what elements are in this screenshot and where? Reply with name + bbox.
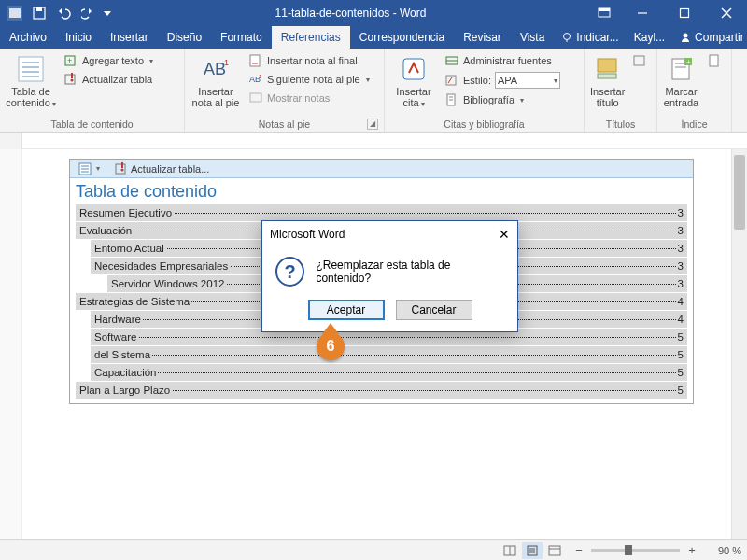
toc-entry-page: 3 <box>676 225 684 236</box>
tell-me[interactable]: Indicar... <box>554 26 626 49</box>
caption-icon <box>593 54 623 84</box>
toc-entry-page: 5 <box>676 349 684 360</box>
tab-revisar[interactable]: Revisar <box>454 26 511 49</box>
svg-rect-1 <box>9 8 21 18</box>
update-icon <box>115 162 128 175</box>
close-icon[interactable] <box>705 0 747 26</box>
show-notes-button[interactable]: Mostrar notas <box>245 90 374 106</box>
add-text-button[interactable]: + Agregar texto▾ <box>60 52 157 69</box>
tab-archivo[interactable]: Archivo <box>0 26 56 49</box>
citation-style-combo[interactable]: APA▾ <box>495 72 560 89</box>
dialog-close-icon[interactable]: ✕ <box>499 227 510 242</box>
ok-button[interactable]: Aceptar <box>308 300 385 320</box>
group-label: Tabla de contenido <box>6 117 178 132</box>
tab-diseno[interactable]: Diseño <box>158 26 211 49</box>
scrollbar-thumb[interactable] <box>734 155 745 230</box>
tab-formato[interactable]: Formato <box>211 26 272 49</box>
tab-insertar[interactable]: Insertar <box>101 26 158 49</box>
zoom-slider[interactable] <box>591 549 680 552</box>
tell-me-label: Indicar... <box>576 31 618 44</box>
toc-entry[interactable]: Capacitación5 <box>91 364 687 381</box>
svg-text:+: + <box>686 58 691 66</box>
toc-entry-text: Hardware <box>94 314 143 325</box>
insert-citation-button[interactable]: Insertar cita▾ <box>390 50 437 110</box>
group-label: Índice <box>663 117 726 132</box>
index-extra-button[interactable] <box>703 52 726 69</box>
caption-extra-button[interactable] <box>628 52 651 69</box>
insert-caption-button[interactable]: Insertar título <box>590 50 625 108</box>
svg-point-22 <box>71 79 74 82</box>
page[interactable]: ▾ Actualizar tabla... Tabla de contenido… <box>22 149 731 539</box>
bibliography-button[interactable]: Bibliografía▾ <box>441 91 564 108</box>
insert-endnote-label: Insertar nota al final <box>267 55 358 66</box>
print-layout-icon[interactable] <box>522 542 543 559</box>
group-label: Títulos <box>590 117 651 132</box>
horizontal-ruler[interactable] <box>0 133 747 149</box>
minimize-icon[interactable] <box>621 0 663 26</box>
tab-vista[interactable]: Vista <box>511 26 554 49</box>
svg-rect-37 <box>598 59 616 72</box>
confirm-dialog: Microsoft Word ✕ ? ¿Reemplazar esta tabl… <box>261 220 518 332</box>
toc-entry-page: 3 <box>676 207 684 218</box>
insert-footnote-button[interactable]: AB1 Insertar nota al pie <box>190 50 241 108</box>
svg-text:+: + <box>67 56 72 65</box>
zoom-slider-thumb[interactable] <box>625 545 632 555</box>
toc-entry[interactable]: Resumen Ejecutivo3 <box>76 204 687 221</box>
insert-citation-label: Insertar cita <box>396 86 430 108</box>
toc-entry[interactable]: del Sistema5 <box>91 346 687 363</box>
dialog-launcher-icon[interactable]: ◢ <box>367 119 378 130</box>
next-footnote-button[interactable]: AB1 Siguiente nota al pie▾ <box>245 71 374 88</box>
maximize-icon[interactable] <box>663 0 705 26</box>
toc-update-button[interactable]: Actualizar tabla... <box>108 161 216 177</box>
cancel-button[interactable]: Cancelar <box>396 300 472 320</box>
add-text-icon: + <box>63 53 78 68</box>
undo-icon[interactable] <box>52 2 75 24</box>
svg-rect-59 <box>549 546 560 555</box>
save-icon[interactable] <box>28 2 50 24</box>
citation-icon <box>399 54 429 84</box>
svg-text:1: 1 <box>224 58 229 67</box>
update-table-button[interactable]: Actualizar tabla <box>60 71 157 88</box>
toc-entry[interactable]: Plan a Largo Plazo5 <box>76 382 687 399</box>
zoom-value[interactable]: 90 % <box>704 545 741 556</box>
qat-customize-icon[interactable] <box>101 2 114 24</box>
ribbon-display-options-icon[interactable] <box>587 0 621 26</box>
account-name[interactable]: Kayl... <box>627 26 672 49</box>
vertical-scrollbar[interactable] <box>731 149 747 539</box>
toc-icon <box>16 54 46 84</box>
toc-field-toolbar: ▾ Actualizar tabla... <box>70 160 693 178</box>
svg-rect-7 <box>680 9 688 18</box>
zoom-in-icon[interactable]: + <box>685 543 698 557</box>
group-citas-bibliografia: Insertar cita▾ Administrar fuentes Estil… <box>385 49 585 132</box>
group-titulos: Insertar título Títulos <box>585 49 657 132</box>
toc-button[interactable]: Tabla de contenido▾ <box>6 50 56 110</box>
tab-referencias[interactable]: Referencias <box>272 26 350 49</box>
share-button[interactable]: Compartir <box>672 26 747 49</box>
svg-rect-45 <box>710 55 718 66</box>
svg-rect-29 <box>250 93 261 102</box>
insert-caption-label: Insertar título <box>590 86 625 108</box>
toc-entry-text: Plan a Largo Plazo <box>79 385 172 396</box>
manage-sources-button[interactable]: Administrar fuentes <box>441 52 564 69</box>
toc-entry-page: 3 <box>676 278 684 289</box>
citation-style-row: Estilo: APA▾ <box>441 71 564 90</box>
web-layout-icon[interactable] <box>544 542 565 559</box>
word-app-icon[interactable] <box>4 2 26 24</box>
vertical-ruler[interactable] <box>0 149 22 539</box>
tab-inicio[interactable]: Inicio <box>56 26 101 49</box>
svg-point-52 <box>121 168 124 171</box>
mark-entry-button[interactable]: + Marcar entrada <box>663 50 699 108</box>
redo-icon[interactable] <box>77 2 99 24</box>
zoom-out-icon[interactable]: − <box>572 543 585 557</box>
show-notes-label: Mostrar notas <box>267 92 330 104</box>
zoom-control: − + 90 % <box>572 543 741 557</box>
insert-endnote-button[interactable]: Insertar nota al final <box>245 52 374 69</box>
group-label: Notas al pie◢ <box>190 117 378 132</box>
tab-correspondencia[interactable]: Correspondencia <box>350 26 454 49</box>
group-tabla-contenido: Tabla de contenido▾ + Agregar texto▾ Act… <box>0 49 185 132</box>
style-label: Estilo: <box>463 75 491 86</box>
doc-icon <box>707 53 722 68</box>
read-mode-icon[interactable] <box>500 542 520 559</box>
toc-options-button[interactable]: ▾ <box>72 161 106 177</box>
lightbulb-icon <box>561 32 572 43</box>
